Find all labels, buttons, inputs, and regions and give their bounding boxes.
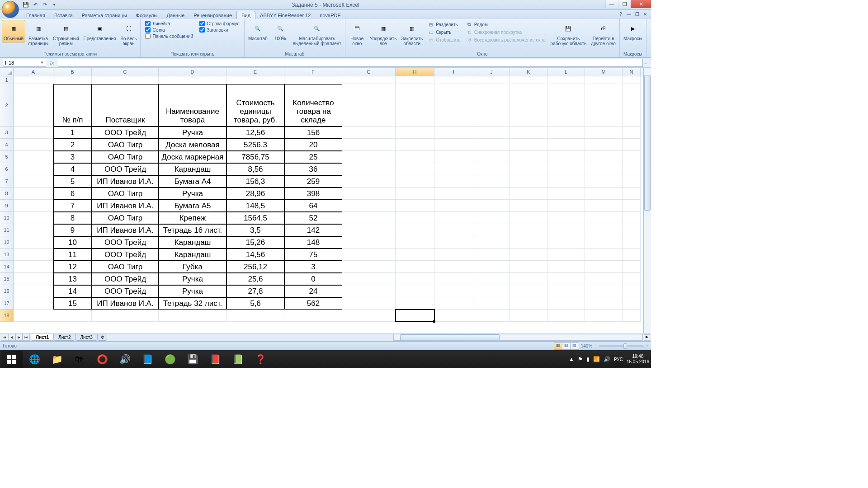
cell[interactable] bbox=[396, 163, 434, 175]
cell[interactable] bbox=[473, 175, 510, 188]
cell[interactable]: 148 bbox=[284, 236, 342, 249]
cell[interactable] bbox=[396, 236, 434, 249]
cell[interactable] bbox=[342, 127, 396, 139]
cell[interactable] bbox=[473, 151, 510, 163]
row-header[interactable]: 3 bbox=[0, 127, 14, 139]
cell[interactable]: ИП Иванов И.А. bbox=[92, 175, 159, 188]
view-custom-button[interactable]: ▣Представления bbox=[81, 20, 118, 42]
cell[interactable] bbox=[159, 76, 226, 84]
cell[interactable] bbox=[473, 188, 510, 200]
tab-layout[interactable]: Разметка страницы bbox=[77, 11, 132, 19]
cell[interactable] bbox=[14, 76, 53, 84]
cell[interactable]: Крепеж bbox=[159, 212, 226, 224]
cell[interactable]: 10 bbox=[53, 236, 92, 249]
view-fullscreen-button[interactable]: ⛶Во весь экран bbox=[118, 20, 138, 47]
cell[interactable] bbox=[434, 163, 473, 175]
start-button[interactable] bbox=[1, 351, 23, 368]
cell[interactable] bbox=[510, 127, 547, 139]
row-header[interactable]: 4 bbox=[0, 139, 14, 151]
row-header[interactable]: 16 bbox=[0, 285, 14, 297]
cell[interactable] bbox=[284, 310, 342, 322]
cell[interactable] bbox=[585, 127, 623, 139]
tab-insert[interactable]: Вставка bbox=[50, 11, 77, 19]
cell[interactable] bbox=[342, 212, 396, 224]
cell[interactable] bbox=[342, 139, 396, 151]
cell[interactable] bbox=[547, 76, 585, 84]
cell[interactable] bbox=[342, 310, 396, 322]
view-page-break-button[interactable]: ▤Страничный режим bbox=[51, 20, 81, 47]
cell[interactable] bbox=[14, 224, 53, 236]
sheet-tab-2[interactable]: Лист2 bbox=[53, 334, 75, 341]
qat-dropdown-icon[interactable]: ▼ bbox=[50, 1, 58, 9]
cell[interactable] bbox=[623, 261, 641, 273]
cell[interactable] bbox=[623, 200, 641, 212]
tab-review[interactable]: Рецензирование bbox=[189, 11, 236, 19]
cell[interactable] bbox=[342, 236, 396, 249]
cell[interactable] bbox=[473, 285, 510, 297]
tray-flag-icon[interactable]: ⚑ bbox=[578, 356, 583, 362]
cell[interactable]: 5 bbox=[53, 175, 92, 188]
cell[interactable] bbox=[547, 212, 585, 224]
cell[interactable] bbox=[585, 212, 623, 224]
cell[interactable]: 13 bbox=[53, 273, 92, 285]
cell[interactable] bbox=[342, 273, 396, 285]
cell[interactable]: 15,26 bbox=[226, 236, 284, 249]
cell[interactable] bbox=[473, 297, 510, 310]
vertical-scrollbar[interactable] bbox=[643, 68, 651, 333]
cell[interactable] bbox=[473, 273, 510, 285]
tb-save-icon[interactable]: 💾 bbox=[182, 351, 203, 368]
cell[interactable] bbox=[14, 175, 53, 188]
col-header[interactable]: F bbox=[284, 68, 342, 76]
cell[interactable] bbox=[396, 84, 434, 127]
cell[interactable] bbox=[510, 249, 547, 261]
cell[interactable]: 0 bbox=[284, 273, 342, 285]
cell[interactable] bbox=[342, 224, 396, 236]
cell[interactable]: 27,8 bbox=[226, 285, 284, 297]
tb-explorer-icon[interactable]: 📁 bbox=[46, 351, 68, 368]
view-break-icon[interactable]: ▤ bbox=[571, 343, 579, 349]
cell[interactable] bbox=[434, 151, 473, 163]
cell[interactable] bbox=[396, 139, 434, 151]
col-header[interactable]: I bbox=[434, 68, 473, 76]
zoom-value[interactable]: 140% bbox=[581, 343, 593, 348]
save-workspace-button[interactable]: 💾Сохранить рабочую область bbox=[549, 20, 589, 47]
cell[interactable] bbox=[14, 84, 53, 127]
cell[interactable] bbox=[547, 188, 585, 200]
cell[interactable] bbox=[396, 285, 434, 297]
cell[interactable] bbox=[473, 200, 510, 212]
cell[interactable] bbox=[14, 200, 53, 212]
sheet-tab-1[interactable]: Лист1 bbox=[31, 334, 54, 341]
cell[interactable] bbox=[473, 249, 510, 261]
cell[interactable] bbox=[547, 249, 585, 261]
cell[interactable] bbox=[434, 236, 473, 249]
cell[interactable]: 142 bbox=[284, 224, 342, 236]
spreadsheet-grid[interactable]: A B C D E F G H I J K L M N 12№ п/пПоста… bbox=[0, 68, 651, 333]
col-header[interactable]: L bbox=[547, 68, 585, 76]
cell[interactable]: 8,56 bbox=[226, 163, 284, 175]
row-header[interactable]: 13 bbox=[0, 249, 14, 261]
tb-chrome-icon[interactable]: ⭕ bbox=[91, 351, 113, 368]
cell[interactable] bbox=[510, 151, 547, 163]
cell[interactable]: Ручка bbox=[159, 127, 226, 139]
new-window-button[interactable]: 🗔Новое окно bbox=[347, 20, 367, 47]
cell[interactable] bbox=[396, 200, 434, 212]
cell[interactable]: 562 bbox=[284, 297, 342, 310]
cell[interactable] bbox=[510, 163, 547, 175]
cell[interactable] bbox=[510, 139, 547, 151]
cell[interactable] bbox=[92, 310, 159, 322]
cell[interactable]: ОАО Тигр bbox=[92, 212, 159, 224]
zoom-out-icon[interactable]: − bbox=[594, 343, 597, 348]
cell[interactable]: 1 bbox=[53, 127, 92, 139]
cell[interactable]: 20 bbox=[284, 139, 342, 151]
sheet-last-icon[interactable]: ⏭ bbox=[23, 334, 30, 341]
cell[interactable]: Бумага А5 bbox=[159, 200, 226, 212]
col-header[interactable]: M bbox=[585, 68, 623, 76]
cell[interactable] bbox=[547, 261, 585, 273]
cell[interactable] bbox=[585, 163, 623, 175]
col-header[interactable]: J bbox=[473, 68, 510, 76]
cell[interactable] bbox=[396, 151, 434, 163]
office-button[interactable] bbox=[2, 1, 19, 18]
switch-window-button[interactable]: 🗗Перейти в другое окно bbox=[589, 20, 618, 47]
cell[interactable]: Карандаш bbox=[159, 249, 226, 261]
cell[interactable] bbox=[510, 224, 547, 236]
